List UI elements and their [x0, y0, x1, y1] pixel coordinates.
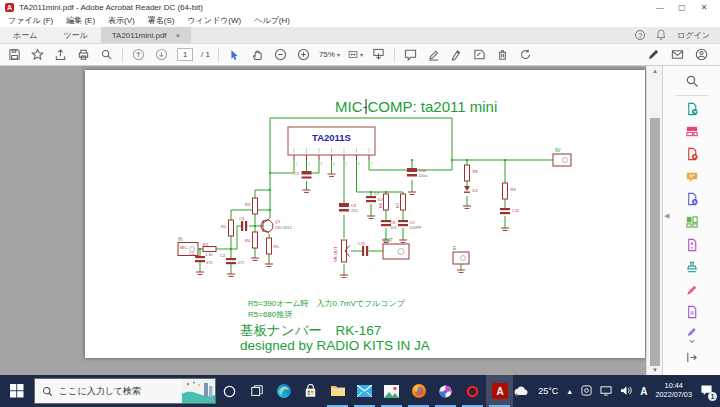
svg-text:R9: R9 [511, 187, 517, 192]
action-center-icon[interactable]: 1 [700, 384, 713, 398]
windows-taskbar: ここに入力して検索 [0, 375, 720, 407]
acrobat-taskbar-icon[interactable]: A [486, 375, 513, 407]
delete-icon[interactable] [495, 47, 510, 62]
stamp-tool-icon[interactable] [664, 256, 720, 279]
taskbar-search-input[interactable]: ここに入力して検索 [34, 378, 216, 404]
edge-icon[interactable] [270, 375, 297, 407]
window-titlebar: A TA2011mini.pdf - Adobe Acrobat Reader … [0, 0, 720, 14]
hand-tool-icon[interactable] [250, 47, 265, 62]
svg-text:102: 102 [390, 225, 397, 230]
menu-edit[interactable]: 編集 (E) [66, 15, 95, 26]
menu-bar: ファイル (F) 編集 (E) 表示(V) 署名(S) ウィンドウ(W) ヘルプ… [0, 14, 720, 27]
search-icon [42, 386, 53, 397]
compress-pdf-icon[interactable] [664, 233, 720, 256]
close-button[interactable]: ✕ [693, 3, 715, 12]
task-view-button[interactable] [243, 375, 270, 407]
vertical-scrollbar[interactable]: ▲ ▼ [646, 66, 662, 375]
svg-text:100PF: 100PF [410, 225, 422, 230]
pen-tool-icon[interactable] [646, 47, 661, 62]
share-icon[interactable] [53, 47, 68, 62]
svg-text:VR-OUT: VR-OUT [333, 246, 338, 262]
close-tab-icon[interactable]: × [176, 31, 181, 40]
cortana-button[interactable] [216, 375, 243, 407]
read-mode-icon[interactable] [371, 47, 386, 62]
file-explorer-icon[interactable] [324, 375, 351, 407]
scrollbar-thumb[interactable] [650, 118, 660, 366]
star-favorites-icon[interactable] [30, 47, 45, 62]
clock[interactable]: 10:44 2022/07/03 [655, 382, 692, 399]
export-pdf-icon[interactable] [664, 98, 720, 121]
page-total-label: / 1 [201, 50, 210, 59]
acrobat-app-icon: A [5, 3, 14, 12]
minimize-button[interactable]: — [649, 3, 671, 12]
page-number-input[interactable]: 1 [177, 48, 193, 61]
select-tool-icon[interactable] [227, 47, 242, 62]
save-icon[interactable] [7, 47, 22, 62]
ime-indicator[interactable]: A [640, 386, 647, 397]
svg-text:472: 472 [206, 260, 213, 265]
login-button[interactable]: ログイン [677, 30, 710, 41]
search-highlight-image [182, 379, 215, 403]
photos-icon[interactable] [378, 375, 405, 407]
comment-icon[interactable] [403, 47, 418, 62]
bell-icon[interactable] [656, 29, 666, 42]
store-icon[interactable] [297, 375, 324, 407]
edit-pdf-icon[interactable] [664, 120, 720, 143]
schematic-transistor [261, 219, 273, 233]
scroll-up-arrow[interactable]: ▲ [647, 68, 663, 74]
weather-temp[interactable]: 25°C [538, 386, 558, 396]
help-icon[interactable]: ? [635, 30, 645, 40]
zoom-in-icon[interactable] [296, 47, 311, 62]
expand-panel-icon[interactable] [664, 346, 720, 369]
panel-collapse-icon[interactable]: ◀ [664, 212, 669, 220]
print-icon[interactable] [76, 47, 91, 62]
weather-icon[interactable] [513, 385, 530, 398]
tab-home[interactable]: ホーム [0, 27, 50, 43]
menu-help[interactable]: ヘルプ(H) [254, 15, 290, 26]
highlight-icon[interactable] [426, 47, 441, 62]
tab-tools[interactable]: ツール [50, 27, 100, 43]
tray-app-icon[interactable] [581, 385, 592, 398]
fill-sign-tool-icon[interactable] [664, 279, 720, 302]
firefox-icon[interactable] [405, 375, 432, 407]
next-page-icon[interactable] [154, 47, 169, 62]
comment-tool-icon[interactable] [664, 165, 720, 188]
search-tool-icon[interactable] [664, 70, 720, 93]
send-review-icon[interactable] [664, 301, 720, 324]
mail-icon[interactable] [351, 375, 378, 407]
menu-file[interactable]: ファイル (F) [8, 15, 53, 26]
tab-document[interactable]: TA2011mini.pdf × [101, 27, 192, 43]
fit-width-icon[interactable] [348, 47, 363, 62]
menu-window[interactable]: ウィンドウ(W) [187, 15, 241, 26]
hidden-icons-chevron[interactable]: ▲ [566, 388, 573, 395]
fountain-pen-icon[interactable] [449, 47, 464, 62]
text-cursor [366, 99, 367, 114]
svg-text:IN: IN [178, 237, 183, 242]
svg-text:C3: C3 [239, 216, 245, 221]
network-icon[interactable] [600, 385, 612, 398]
svg-text:R6: R6 [378, 202, 383, 208]
combine-files-icon[interactable] [664, 188, 720, 211]
svg-text:7: 7 [371, 162, 373, 166]
fill-sign-icon[interactable] [472, 47, 487, 62]
create-pdf-icon[interactable] [664, 143, 720, 166]
menu-sign[interactable]: 署名(S) [148, 15, 175, 26]
menu-view[interactable]: 表示(V) [108, 15, 135, 26]
organize-pages-icon[interactable] [664, 211, 720, 234]
start-button[interactable] [0, 375, 34, 407]
svg-text:R8: R8 [473, 169, 479, 174]
maximize-button[interactable]: ▢ [671, 3, 693, 12]
zoom-level-dropdown[interactable]: 75% [319, 50, 340, 59]
paint3d-icon[interactable] [432, 375, 459, 407]
window-controls: — ▢ ✕ [649, 3, 715, 12]
previous-page-icon[interactable] [131, 47, 146, 62]
search-icon[interactable] [99, 47, 114, 62]
zoom-out-icon[interactable] [273, 47, 288, 62]
volume-icon[interactable] [620, 385, 632, 398]
share-email-icon[interactable] [670, 47, 685, 62]
profile-icon[interactable] [694, 47, 709, 62]
more-tools-icon[interactable] [664, 324, 720, 347]
browser-icon[interactable] [459, 375, 486, 407]
rotate-icon[interactable] [518, 47, 533, 62]
scroll-down-arrow[interactable]: ▼ [647, 367, 663, 373]
